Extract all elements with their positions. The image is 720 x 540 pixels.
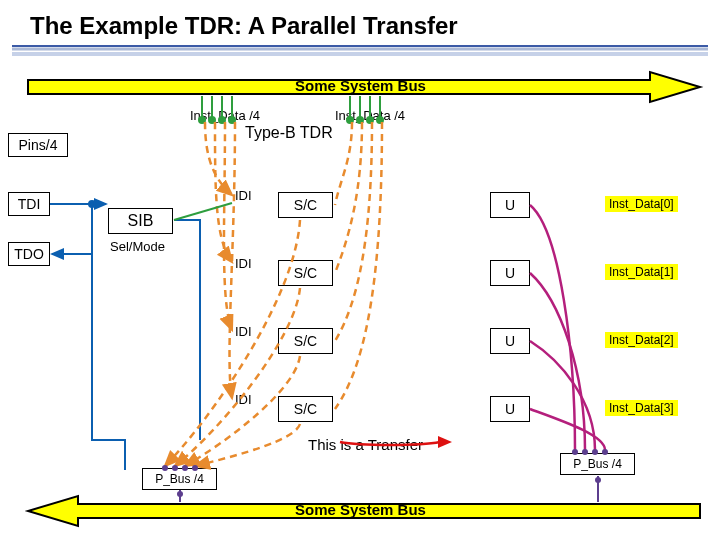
idi-label-1: IDI [235,256,252,271]
u-box-0: U [490,192,530,218]
inst-data-top-right: Inst_Data /4 [335,108,405,123]
transfer-text: This is a Transfer [308,436,423,453]
sc-box-2: S/C [278,328,333,354]
u-box-2: U [490,328,530,354]
inst-label-2: Inst_Data[2] [605,332,678,348]
tdi-box: TDI [8,192,50,216]
bus-bottom-label: Some System Bus [295,501,426,518]
svg-point-31 [595,477,601,483]
sib-box: SIB [108,208,173,234]
svg-point-29 [177,491,183,497]
idi-label-3: IDI [235,392,252,407]
inst-label-3: Inst_Data[3] [605,400,678,416]
page-title: The Example TDR: A Parallel Transfer [30,12,458,40]
tdo-box: TDO [8,242,50,266]
u-box-3: U [490,396,530,422]
idi-label-2: IDI [235,324,252,339]
svg-point-23 [89,201,95,207]
pins-box: Pins/4 [8,133,68,157]
pbus-right-box: P_Bus /4 [560,453,635,475]
pbus-left-box: P_Bus /4 [142,468,217,490]
inst-label-0: Inst_Data[0] [605,196,678,212]
sc-box-1: S/C [278,260,333,286]
inst-data-top-left: Inst_Data /4 [190,108,260,123]
selmode-label: Sel/Mode [110,239,165,254]
type-label: Type-B TDR [245,124,333,142]
svg-marker-32 [438,436,452,448]
svg-line-33 [174,203,232,220]
sc-box-3: S/C [278,396,333,422]
bus-top-label: Some System Bus [295,77,426,94]
sc-box-0: S/C [278,192,333,218]
idi-label-0: IDI [235,188,252,203]
inst-label-1: Inst_Data[1] [605,264,678,280]
u-box-1: U [490,260,530,286]
